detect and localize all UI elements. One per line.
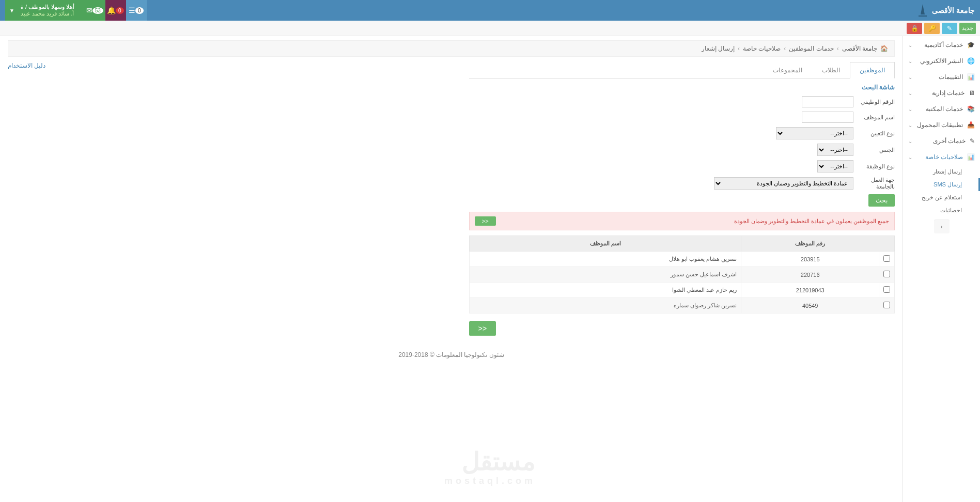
bars-icon: ☰: [129, 6, 135, 14]
toolbar-key-button[interactable]: 🔑: [924, 23, 940, 34]
row-name: اشرف اسماعيل حسن سمور: [469, 267, 741, 283]
chevron-down-icon: ⌄: [908, 58, 912, 64]
sidebar-item-evaluations[interactable]: 📊التقييمات ⌄: [903, 69, 980, 85]
search-button[interactable]: بحث: [868, 194, 895, 207]
pencil-icon: ✎: [947, 25, 952, 32]
label-dept: جهة العمل بالجامعة: [859, 177, 895, 190]
sidebar-item-label: تطبيقات المحمول: [917, 121, 963, 129]
header-menu-button[interactable]: 0 ☰: [126, 0, 147, 21]
input-emp-id[interactable]: [802, 96, 853, 107]
alert-action-button[interactable]: <<: [475, 216, 496, 226]
header-messages-button[interactable]: 53 ✉: [85, 0, 105, 21]
guide-panel: دليل الاستخدام: [8, 62, 461, 343]
table-header-checkbox: [879, 236, 895, 252]
table-row: 220716اشرف اسماعيل حسن سمور: [469, 267, 894, 283]
sidebar-item-mobile[interactable]: 📥تطبيقات المحمول ⌄: [903, 117, 980, 133]
chevron-left-icon: ‹: [941, 223, 943, 230]
row-id: 212019043: [741, 283, 879, 298]
header: جامعة الأقصى 0 ☰ 0 🔔 53 ✉ أهلا وسهلا بال…: [0, 0, 980, 21]
book-icon: 📚: [967, 105, 975, 113]
sidebar-item-permissions[interactable]: 📊صلاحيات خاصة ⌄: [903, 149, 980, 165]
home-icon: 🏠: [880, 45, 888, 52]
label-emp-name: اسم الموظف: [859, 114, 895, 121]
employees-table: رقم الموظف اسم الموظف 203915نسرين هشام ي…: [469, 236, 895, 313]
watermark-main: مستقل: [462, 448, 536, 475]
form-row-emp-name: اسم الموظف: [469, 112, 895, 123]
sidebar-item-label: النشر الالكتروني: [920, 57, 963, 65]
row-checkbox[interactable]: [883, 302, 890, 308]
sidebar-item-academic[interactable]: 🎓خدمات أكاديمية ⌄: [903, 37, 980, 53]
key-icon: 🔑: [928, 25, 936, 32]
messages-badge: 53: [92, 7, 103, 14]
caret-down-icon: ▼: [9, 8, 14, 13]
table-row: 40549نسرين شاكر رضوان سماره: [469, 298, 894, 313]
submenu-send-notification[interactable]: إرسال إشعار: [903, 165, 967, 178]
sidebar-item-label: التقييمات: [939, 73, 963, 81]
table-row: 203915نسرين هشام يعقوب ابو هلال: [469, 252, 894, 267]
toolbar: جديد ✎ 🔑 🔒: [0, 21, 980, 36]
table-header-name: اسم الموظف: [469, 236, 741, 252]
form-row-gender: الجنس --اختر--: [469, 144, 895, 156]
submenu-send-sms[interactable]: إرسال SMS: [903, 178, 967, 191]
submenu-graduate-query[interactable]: استعلام عن خريج: [903, 191, 967, 204]
user-menu[interactable]: أهلا وسهلا بالموظف / ة أ. سائد فريد محمد…: [5, 0, 85, 21]
row-id: 203915: [741, 252, 879, 267]
form-row-emp-id: الرقم الوظيفي: [469, 96, 895, 107]
lock-icon: 🔒: [911, 25, 919, 32]
submenu-statistics[interactable]: احصائيات: [903, 204, 967, 217]
toolbar-new-button[interactable]: جديد: [959, 23, 976, 34]
sidebar-collapse-button[interactable]: ‹: [934, 219, 950, 233]
sidebar-submenu: إرسال إشعار إرسال SMS استعلام عن خريج اح…: [903, 165, 980, 217]
row-checkbox[interactable]: [883, 255, 890, 262]
search-title: شاشة البحث: [469, 84, 895, 91]
toolbar-edit-button[interactable]: ✎: [942, 23, 957, 34]
chevron-down-icon: ⌄: [908, 138, 912, 144]
content-columns: الموظفين الطلاب المجموعات شاشة البحث الر…: [8, 62, 895, 343]
breadcrumb-separator: ›: [837, 45, 839, 52]
select-gender[interactable]: --اختر--: [817, 144, 853, 156]
row-name: نسرين شاكر رضوان سماره: [469, 298, 741, 313]
select-dept[interactable]: عمادة التخطيط والتطوير وضمان الجودة: [714, 177, 853, 190]
user-name: أ. سائد فريد محمد عبيد: [21, 10, 74, 17]
tab-students[interactable]: الطلاب: [812, 62, 850, 78]
breadcrumb-level2[interactable]: صلاحيات خاصة: [743, 45, 781, 52]
filter-alert: جميع الموظفين يعملون في عمادة التخطيط وا…: [469, 212, 895, 230]
sidebar-item-admin[interactable]: 🖥خدمات إدارية ⌄: [903, 85, 980, 101]
row-checkbox[interactable]: [883, 271, 890, 277]
chevron-down-icon: ⌄: [908, 106, 912, 112]
breadcrumb-separator: ›: [784, 45, 786, 52]
tab-groups[interactable]: المجموعات: [763, 62, 812, 78]
breadcrumb-separator: ›: [738, 45, 740, 52]
input-emp-name[interactable]: [802, 112, 853, 123]
logo-text: جامعة الأقصى: [932, 6, 975, 14]
watermark: مستقل mostaql.com: [444, 447, 536, 487]
search-panel: الموظفين الطلاب المجموعات شاشة البحث الر…: [469, 62, 895, 343]
monitor-icon: 🖥: [969, 89, 975, 97]
label-job-type: نوع الوظيفة: [859, 163, 895, 170]
envelope-icon: ✉: [86, 6, 92, 14]
form-row-dept: جهة العمل بالجامعة عمادة التخطيط والتطوي…: [469, 177, 895, 190]
toolbar-lock-button[interactable]: 🔒: [907, 23, 922, 34]
select-appoint-type[interactable]: --اختر--: [776, 127, 853, 139]
sidebar-item-epublish[interactable]: 🌐النشر الالكتروني ⌄: [903, 53, 980, 69]
header-notification-button[interactable]: 0 🔔: [105, 0, 126, 21]
label-emp-id: الرقم الوظيفي: [859, 99, 895, 105]
sidebar-item-label: خدمات أخرى: [933, 137, 966, 145]
footer: شئون تكنولوجيا المعلومات © 2018-2019: [8, 343, 895, 366]
select-job-type[interactable]: --اختر--: [817, 160, 853, 172]
breadcrumb-level1[interactable]: خدمات الموظفين: [789, 45, 833, 52]
tab-employees[interactable]: الموظفين: [850, 62, 895, 79]
row-name: نسرين هشام يعقوب ابو هلال: [469, 252, 741, 267]
breadcrumb-home[interactable]: جامعة الأقصى: [842, 45, 877, 52]
breadcrumb: 🏠 جامعة الأقصى › خدمات الموظفين › صلاحيا…: [8, 40, 895, 57]
sidebar-item-library[interactable]: 📚خدمات المكتبة ⌄: [903, 101, 980, 117]
welcome-text: أهلا وسهلا بالموظف / ة: [21, 4, 74, 10]
transfer-button[interactable]: <<: [469, 321, 496, 336]
label-appoint-type: نوع التعيين: [859, 130, 895, 137]
usage-guide-link[interactable]: دليل الاستخدام: [8, 62, 45, 69]
sidebar-item-other[interactable]: ✎خدمات أخرى ⌄: [903, 133, 980, 149]
main-layout: 🎓خدمات أكاديمية ⌄ 🌐النشر الالكتروني ⌄ 📊ا…: [0, 36, 980, 502]
chevron-down-icon: ⌄: [908, 90, 912, 96]
chevron-down-icon: ⌄: [908, 74, 912, 80]
row-checkbox[interactable]: [883, 286, 890, 293]
